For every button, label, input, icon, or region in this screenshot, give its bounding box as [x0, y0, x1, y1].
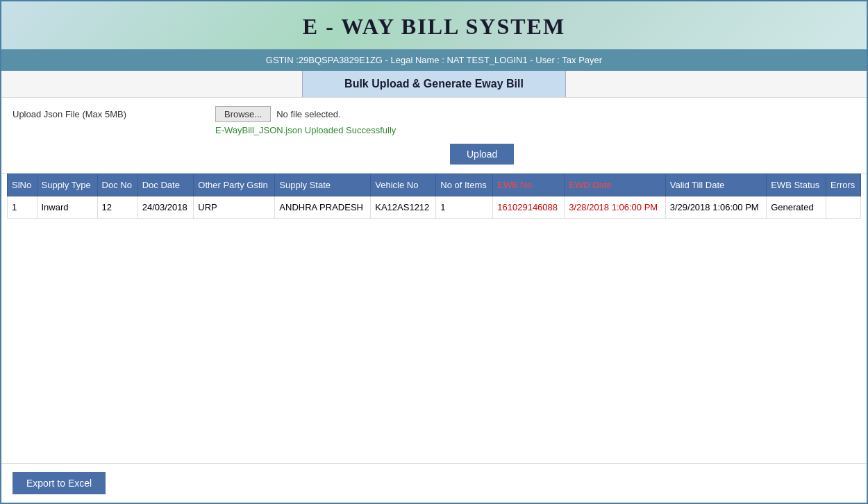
cell-doc_date: 24/03/2018	[137, 196, 194, 219]
table-section: SlNoSupply TypeDoc NoDoc DateOther Party…	[1, 174, 867, 463]
cell-doc_no: 12	[97, 196, 137, 219]
cell-supply_type: Inward	[37, 196, 97, 219]
col-header-ewd_date: EWD Date	[565, 174, 665, 196]
cell-supply_state: ANDHRA PRADESH	[275, 196, 371, 219]
upload-section: Upload Json File (Max 5MB) Browse... No …	[1, 98, 867, 174]
app-container: E - WAY BILL SYSTEM GSTIN :29BQSPA3829E1…	[0, 0, 868, 504]
header-banner: E - WAY BILL SYSTEM	[1, 1, 867, 49]
export-to-excel-button[interactable]: Export to Excel	[12, 472, 106, 494]
table-row: 1Inward1224/03/2018URPANDHRA PRADESHKA12…	[8, 196, 861, 219]
col-header-doc_no: Doc No	[97, 174, 137, 196]
col-header-ewb_status: EWB Status	[767, 174, 826, 196]
col-header-supply_type: Supply Type	[37, 174, 97, 196]
col-header-no_of_items: No of Items	[436, 174, 493, 196]
col-header-valid_till_date: Valid Till Date	[665, 174, 766, 196]
upload-button[interactable]: Upload	[450, 144, 514, 165]
cell-no_of_items: 1	[436, 196, 493, 219]
no-file-text: No file selected.	[276, 109, 341, 119]
file-row: Browse... No file selected.	[215, 106, 396, 122]
cell-slno: 1	[8, 196, 37, 219]
upload-label: Upload Json File (Max 5MB)	[12, 106, 207, 119]
col-header-slno: SlNo	[8, 174, 37, 196]
cell-ewd_date: 3/28/2018 1:06:00 PM	[565, 196, 665, 219]
table-body: 1Inward1224/03/2018URPANDHRA PRADESHKA12…	[8, 196, 861, 219]
col-header-ewb_no: EWB No	[493, 174, 565, 196]
footer-section: Export to Excel	[1, 463, 867, 503]
cell-vehicle_no: KA12AS1212	[371, 196, 436, 219]
data-table: SlNoSupply TypeDoc NoDoc DateOther Party…	[7, 174, 861, 219]
col-header-doc_date: Doc Date	[137, 174, 194, 196]
cell-other_party_gstin: URP	[194, 196, 275, 219]
col-header-vehicle_no: Vehicle No	[371, 174, 436, 196]
col-header-errors: Errors	[826, 174, 860, 196]
upload-controls: Browse... No file selected. E-WayBill_JS…	[215, 106, 396, 135]
info-bar: GSTIN :29BQSPA3829E1ZG - Legal Name : NA…	[1, 49, 867, 71]
subtitle-row: Bulk Upload & Generate Eway Bill	[1, 71, 867, 98]
cell-ewb_status: Generated	[767, 196, 826, 219]
app-title: E - WAY BILL SYSTEM	[1, 14, 867, 40]
cell-valid_till_date: 3/29/2018 1:06:00 PM	[665, 196, 766, 219]
col-header-supply_state: Supply State	[275, 174, 371, 196]
cell-ewb_no: 161029146088	[493, 196, 565, 219]
col-header-other_party_gstin: Other Party Gstin	[194, 174, 275, 196]
table-header: SlNoSupply TypeDoc NoDoc DateOther Party…	[8, 174, 861, 196]
page-subtitle: Bulk Upload & Generate Eway Bill	[302, 71, 566, 97]
cell-errors	[826, 196, 860, 219]
upload-success-message: E-WayBill_JSON.json Uploaded Successfull…	[215, 125, 396, 135]
browse-button[interactable]: Browse...	[215, 106, 271, 122]
